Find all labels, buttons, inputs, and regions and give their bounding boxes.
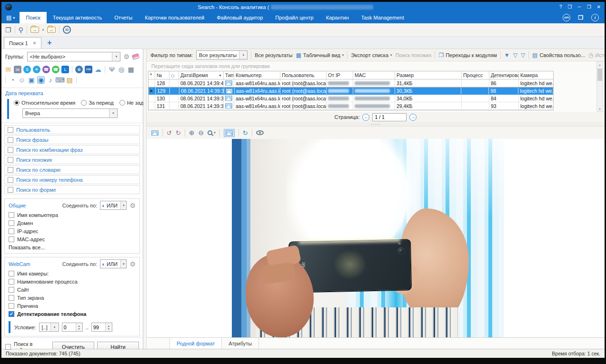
cascade-windows-icon[interactable]: ❐ — [5, 26, 11, 34]
splitter[interactable] — [143, 49, 147, 349]
monitor-icon[interactable]: ▣ — [28, 76, 35, 84]
eye-icon[interactable] — [256, 130, 264, 135]
checkbox[interactable] — [9, 228, 14, 234]
fit-to-window-button[interactable] — [224, 129, 235, 137]
rotate-left-icon[interactable]: ↺ — [167, 129, 172, 137]
menu-tab-profile-center[interactable]: Профайл центр — [269, 12, 319, 23]
webcam-screen-type[interactable]: Тип экрана — [9, 295, 136, 301]
checkbox[interactable] — [8, 167, 13, 173]
zoom-level-button[interactable]: ▾ — [208, 130, 216, 135]
column-user[interactable]: Пользователь — [280, 71, 327, 79]
column-size[interactable]: Размер — [395, 71, 462, 79]
all-results-button[interactable]: Все результаты — [255, 52, 292, 58]
checkbox[interactable] — [8, 127, 13, 133]
stepper-arrows-icon[interactable]: ▲▼ — [76, 323, 82, 331]
column-from-ip[interactable]: От IP — [327, 71, 353, 79]
groups-select[interactable]: <Не выбрано> ▾ — [27, 52, 121, 61]
column-mac[interactable]: MAC — [353, 71, 395, 79]
filter-row-form[interactable]: Поиск по форме — [4, 185, 140, 194]
filter-type-select[interactable]: Все результаты ▾ — [196, 50, 248, 59]
checkbox[interactable] — [9, 236, 14, 242]
keyboard-icon[interactable]: ⌨ — [56, 76, 64, 84]
common-computer-name[interactable]: Имя компьютера — [9, 212, 136, 218]
join-operator-select[interactable]: ◐ ИЛИ ▾ — [100, 259, 127, 268]
column-filetype[interactable]: Тип фа — [224, 71, 234, 79]
checkbox[interactable] — [8, 137, 13, 143]
filter-row-similar[interactable]: Поиск похожих — [4, 155, 140, 164]
range-from-stepper[interactable]: ▲▼ — [62, 323, 83, 332]
gear-icon[interactable]: ⚙ — [123, 53, 129, 60]
checkbox[interactable] — [9, 295, 14, 301]
prev-page-icon[interactable]: ← — [362, 114, 369, 121]
webcam-site[interactable]: Сайт — [9, 287, 136, 293]
export-list-button[interactable]: Экспорт списка ▾ — [351, 52, 392, 58]
user-activity-icon[interactable]: ☺ — [18, 76, 26, 84]
scroll-up-icon[interactable]: ∧ — [599, 62, 601, 68]
range-to-input[interactable] — [92, 323, 105, 331]
join-operator-select[interactable]: ◐ ИЛИ ▾ — [100, 201, 127, 210]
user-search-icon[interactable]: ⚲ — [19, 26, 23, 34]
scroll-down-icon[interactable]: ∨ — [599, 106, 601, 111]
table-view-button[interactable]: ▦ Табличный вид ▾ — [296, 52, 344, 59]
tab-search-1[interactable]: Поиск 1 ✕ — [4, 37, 41, 49]
webcam-camera-name[interactable]: Имя камеры: — [9, 271, 136, 276]
webcam-icon[interactable]: ◉ — [37, 76, 45, 84]
table-row-selected[interactable]: ▶ 129 08.06.2021 14:39:38 aas-w81x64ru.a… — [149, 87, 553, 95]
show-all-link[interactable]: Показать все... — [9, 245, 136, 250]
table-row[interactable]: 128 08.06.2021 14:39:41 aas-w81x64ru.aas… — [149, 79, 553, 87]
filter-row-dictionary[interactable]: Поиск по словарю — [4, 165, 140, 174]
app-menu-button[interactable]: ▤ ▾ — [1, 12, 20, 23]
condition-operator-select[interactable]: [..] ▾ — [39, 323, 59, 332]
printer-icon[interactable]: ▦ — [127, 66, 135, 73]
menu-tab-quarantine[interactable]: Карантин — [320, 12, 355, 23]
stepper-arrows-icon[interactable]: ▲▼ — [105, 323, 112, 331]
column-chooser[interactable]: * — [149, 71, 155, 79]
checkbox[interactable] — [9, 287, 14, 293]
column-detected[interactable]: Детектирова — [489, 71, 519, 79]
device-search-icon[interactable]: ◎ — [118, 66, 125, 73]
telegram-icon[interactable]: ✈ — [33, 66, 40, 73]
menu-tab-user-cards[interactable]: Карточки пользователей — [139, 12, 210, 23]
checkbox[interactable] — [9, 279, 14, 285]
info-icon[interactable]: i — [591, 14, 599, 21]
microphone-icon[interactable]: ♪ — [47, 76, 54, 84]
radio-for-period[interactable] — [81, 100, 87, 106]
import-search-icon[interactable]: ← — [47, 27, 56, 33]
group-by-dropzone[interactable]: Перетащите сюда заголовок поля для групп… — [147, 61, 605, 71]
radio-relative-time[interactable] — [14, 100, 20, 106]
add-tab-button[interactable]: + — [41, 39, 57, 47]
webcam-photo[interactable]: MI — [232, 139, 504, 337]
period-select[interactable]: Вчера ▾ — [22, 108, 118, 118]
filter-row-phrase[interactable]: Поиск фразы — [4, 135, 140, 144]
close-button[interactable]: ✕ — [597, 4, 601, 10]
whatsapp-icon[interactable]: ☎ — [52, 66, 60, 73]
tag-icon[interactable]: ◇ — [171, 73, 175, 78]
minimize-button[interactable]: ─ — [578, 4, 581, 10]
checkbox[interactable] — [8, 187, 13, 193]
radio-not-set[interactable] — [119, 100, 125, 106]
gear-icon[interactable]: ⚙ — [129, 202, 136, 209]
filter-row-phone-number[interactable]: Поиск по номеру телефона — [4, 175, 140, 184]
tab-native-format[interactable]: Родной формат — [169, 338, 222, 349]
table-scrollbar[interactable]: ∧ ∨ — [596, 61, 603, 112]
filter-funnel-clear-icon[interactable]: ▽ — [513, 52, 517, 59]
filter-funnel-icon[interactable]: ▼ — [504, 52, 510, 59]
menu-tab-reports[interactable]: Отчеты — [108, 12, 139, 23]
webcam-phone-detection[interactable]: Детектирование телефона — [9, 311, 136, 317]
common-ip[interactable]: IP-адрес — [9, 228, 136, 234]
checkbox[interactable] — [9, 212, 14, 218]
tab-attributes[interactable]: Атрибуты — [222, 338, 259, 349]
http-icon[interactable]: ⊕ — [75, 66, 83, 73]
webcam-reason[interactable]: Причина — [9, 303, 136, 309]
column-camera[interactable]: Камера — [519, 71, 553, 79]
checkbox[interactable] — [8, 147, 13, 153]
webcam-process-name[interactable]: Наименование процесса — [9, 279, 136, 285]
close-tab-icon[interactable]: ✕ — [33, 41, 37, 46]
column-date[interactable]: Дата\Время▼ — [179, 71, 224, 79]
filter-row-phrase-combo[interactable]: Поиск по комбинации фраз — [4, 145, 140, 154]
package-icon[interactable]: ❒ — [577, 14, 585, 21]
menu-tab-current-activity[interactable]: Текущая активность — [47, 12, 108, 23]
filter-row-user[interactable]: Пользователь — [4, 125, 140, 134]
menu-tab-task-management[interactable]: Task Management — [355, 12, 410, 23]
menu-tab-file-auditor[interactable]: Файловый аудитор — [210, 12, 269, 23]
